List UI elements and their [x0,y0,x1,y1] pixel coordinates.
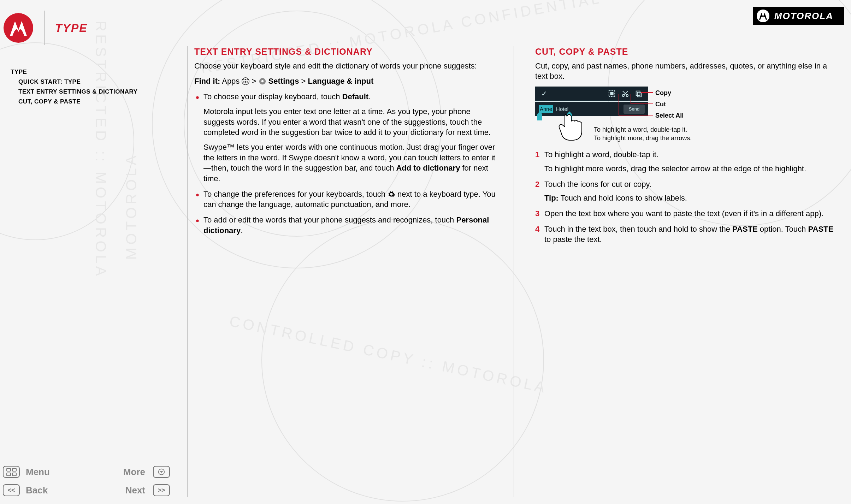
heading-text-entry: TEXT ENTRY SETTINGS & DICTIONARY [194,46,496,58]
menu-grid-icon [6,468,17,476]
next-label[interactable]: Next [89,485,149,496]
content: TEXT ENTRY SETTINGS & DICTIONARY Choose … [194,46,837,497]
svg-point-9 [247,83,248,84]
back-button[interactable]: << [3,484,20,496]
selected-word: Anne [539,105,553,113]
gear-icon [388,190,395,198]
back-label[interactable]: Back [26,485,86,496]
svg-rect-16 [636,91,640,96]
svg-point-8 [245,83,246,84]
brand-name: MOTOROLA [774,11,833,22]
cut-scissors-icon [621,90,629,97]
chevron-right-icon: >> [158,487,165,494]
find-it-line: Find it: Apps > Settings > Language & in… [194,76,496,87]
send-button: Send [624,105,645,114]
callout-cut: Cut [655,100,666,108]
column-text-entry: TEXT ENTRY SETTINGS & DICTIONARY Choose … [194,46,496,497]
done-check-icon: ✓ [535,86,553,101]
ccp-text-row: Anne Hotel Send [535,102,648,116]
title-divider [44,11,45,45]
toc-item-cut-copy-paste[interactable]: CUT, COPY & PASTE [11,97,138,107]
callout-select-all: Select All [655,111,684,120]
bullet-swype: Swype™ lets you enter words with one con… [203,142,496,184]
more-label[interactable]: More [89,467,149,478]
svg-point-3 [247,79,248,81]
toc-item-type[interactable]: TYPE [11,67,138,77]
steps-list: 1 To highlight a word, double-tap it. To… [535,149,837,245]
unselected-word: Hotel [556,106,568,113]
bottom-nav: Menu More << Back Next >> [3,466,172,496]
toc-item-text-entry[interactable]: TEXT ENTRY SETTINGS & DICTIONARY [11,87,138,97]
title-area: TYPE [4,11,88,45]
ccp-intro: Cut, copy, and past names, phone numbers… [535,61,837,82]
bullet-list: To choose your display keyboard, touch D… [194,91,496,236]
copy-icon [635,90,643,97]
svg-point-5 [245,81,246,82]
brand-bar: MOTOROLA [753,7,844,25]
bullet-motorola-input: Motorola input lets you enter text one l… [203,106,496,138]
svg-point-11 [261,80,263,82]
svg-point-2 [245,79,246,81]
svg-point-4 [244,81,245,82]
svg-point-7 [244,83,245,84]
menu-label[interactable]: Menu [26,467,86,478]
svg-point-1 [244,79,245,81]
select-all-icon [608,90,616,97]
step-2: 2 Touch the icons for cut or copy. Tip: … [535,179,837,203]
toc-item-quick-start[interactable]: QUICK START: TYPE [11,77,138,87]
heading-ccp: CUT, COPY & PASTE [535,46,837,58]
page-title: TYPE [55,22,88,35]
column-cut-copy-paste: CUT, COPY & PASTE Cut, copy, and past na… [535,46,837,497]
toc: TYPE QUICK START: TYPE TEXT ENTRY SETTIN… [11,67,138,107]
bullet-default-keyboard: To choose your display keyboard, touch D… [194,91,496,184]
settings-gear-icon [259,77,266,85]
ccp-action-bar: ✓ [535,87,648,101]
motorola-logo-icon [757,10,769,22]
find-it-label: Find it: [194,77,220,85]
column-divider-mid [514,46,514,497]
bullet-personal-dictionary: To add or edit the words that your phone… [194,215,496,236]
apps-grid-icon [242,77,249,85]
menu-button[interactable] [3,466,20,478]
bullet-keyboard-prefs: To change the preferences for your keybo… [194,189,496,210]
text-entry-intro: Choose your keyboard style and edit the … [194,61,496,71]
next-button[interactable]: >> [153,484,170,496]
more-button[interactable] [153,466,170,478]
chevron-down-icon [158,468,165,476]
callout-copy: Copy [655,89,671,97]
motorola-logo-large-icon [4,13,33,43]
ccp-diagram: ✓ Anne Hotel Send Copy Cu [535,87,715,143]
finger-tap-icon [556,113,588,142]
step-1: 1 To highlight a word, double-tap it. To… [535,149,837,174]
diagram-caption: To highlight a word, double-tap it. To h… [594,125,692,143]
step-3: 3 Open the text box where you want to pa… [535,208,837,219]
step-4: 4 Touch in the text box, then touch and … [535,224,837,245]
svg-point-6 [247,81,248,82]
chevron-left-icon: << [7,487,15,494]
svg-rect-17 [637,92,641,97]
svg-rect-13 [610,92,613,95]
column-divider-left [187,46,188,497]
